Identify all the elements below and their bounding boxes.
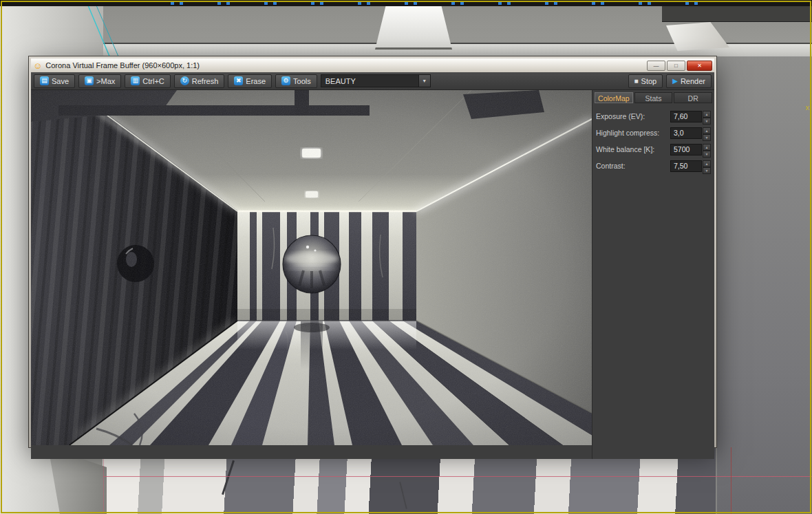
maximize-button[interactable]: □ bbox=[667, 61, 685, 71]
vfb-toolbar: ▤ Save ▣ >Max ▥ Ctrl+C ↻ Refresh ✖ Era bbox=[31, 72, 714, 90]
spin-down-icon[interactable]: ▼ bbox=[703, 134, 711, 141]
bg-right-wall bbox=[717, 56, 812, 514]
white-balance-spinner[interactable]: ▲ ▼ bbox=[703, 144, 711, 156]
copy-label: Ctrl+C bbox=[142, 77, 164, 85]
setting-row-white-balance: White balance [K]: 5700 ▲ ▼ bbox=[592, 141, 714, 158]
white-balance-label: White balance [K]: bbox=[596, 145, 670, 153]
refresh-icon: ↻ bbox=[180, 76, 189, 85]
render-button[interactable]: ▶ Render bbox=[666, 74, 712, 88]
save-button[interactable]: ▤ Save bbox=[34, 74, 75, 88]
close-button[interactable]: ✕ bbox=[687, 61, 712, 71]
exposure-value: 7,60 bbox=[674, 112, 687, 120]
corona-logo-icon: ☺ bbox=[33, 61, 42, 70]
copy-icon: ▥ bbox=[131, 76, 140, 85]
contrast-label: Contrast: bbox=[596, 162, 670, 170]
spin-up-icon[interactable]: ▲ bbox=[703, 111, 711, 118]
stop-button[interactable]: ■ Stop bbox=[628, 74, 663, 88]
spin-up-icon[interactable]: ▲ bbox=[703, 160, 711, 167]
tools-label: Tools bbox=[293, 77, 311, 85]
highlight-compress-spinner[interactable]: ▲ ▼ bbox=[703, 127, 711, 139]
tools-gear-icon: ⚙ bbox=[281, 76, 290, 85]
erase-button[interactable]: ✖ Erase bbox=[228, 74, 272, 88]
bg-top-right-slab bbox=[662, 6, 812, 22]
exposure-spinner[interactable]: ▲ ▼ bbox=[703, 111, 711, 122]
spin-down-icon[interactable]: ▼ bbox=[703, 167, 711, 174]
bg-grid-line-vertical bbox=[731, 447, 731, 514]
erase-label: Erase bbox=[246, 77, 266, 85]
bg-selected-spline bbox=[83, 6, 124, 58]
rendered-scene bbox=[31, 90, 592, 445]
window-titlebar[interactable]: ☺ Corona Virtual Frame Buffer (960×600px… bbox=[31, 58, 714, 72]
highlight-compress-input[interactable]: 3,0 bbox=[670, 127, 702, 139]
spin-down-icon[interactable]: ▼ bbox=[703, 118, 711, 125]
tab-dr[interactable]: DR bbox=[674, 92, 712, 103]
setting-row-exposure: Exposure (EV): 7,60 ▲ ▼ bbox=[592, 108, 714, 125]
render-view[interactable] bbox=[31, 90, 592, 445]
save-label: Save bbox=[52, 77, 69, 85]
setting-row-highlight-compress: Highlight compress: 3,0 ▲ ▼ bbox=[592, 125, 714, 141]
tab-colormap[interactable]: ColorMap bbox=[595, 92, 633, 103]
toolbar-dots bbox=[171, 2, 701, 5]
max-label: >Max bbox=[96, 77, 115, 85]
contrast-spinner[interactable]: ▲ ▼ bbox=[703, 160, 711, 172]
window-title: Corona Virtual Frame Buffer (960×600px, … bbox=[45, 61, 643, 69]
spin-up-icon[interactable]: ▲ bbox=[703, 127, 711, 134]
spin-down-icon[interactable]: ▼ bbox=[703, 151, 711, 158]
bg-grid-line-horizontal bbox=[103, 476, 812, 477]
exposure-input[interactable]: 7,60 bbox=[670, 111, 702, 122]
minimize-button[interactable]: — bbox=[647, 61, 665, 71]
axis-x-label: x bbox=[806, 103, 810, 111]
contrast-value: 7,50 bbox=[674, 162, 687, 170]
exposure-label: Exposure (EV): bbox=[596, 112, 670, 120]
stop-label: Stop bbox=[641, 77, 657, 85]
channel-select[interactable]: BEAUTY ▼ bbox=[321, 74, 431, 87]
setting-row-contrast: Contrast: 7,50 ▲ ▼ bbox=[592, 158, 714, 174]
highlight-compress-label: Highlight compress: bbox=[596, 129, 670, 137]
white-balance-value: 5700 bbox=[674, 145, 690, 153]
tab-stats[interactable]: Stats bbox=[634, 92, 673, 103]
contrast-input[interactable]: 7,50 bbox=[670, 160, 702, 172]
highlight-compress-value: 3,0 bbox=[674, 129, 684, 137]
chevron-down-icon[interactable]: ▼ bbox=[418, 75, 430, 87]
render-label: Render bbox=[681, 77, 705, 85]
minimized-toolbar-strip bbox=[0, 0, 812, 6]
render-play-icon: ▶ bbox=[672, 77, 678, 85]
white-balance-input[interactable]: 5700 bbox=[670, 144, 702, 156]
send-to-max-button[interactable]: ▣ >Max bbox=[78, 74, 121, 88]
refresh-button[interactable]: ↻ Refresh bbox=[174, 74, 225, 88]
vfb-side-panel: ColorMap Stats DR Exposure (EV): 7,60 ▲ … bbox=[592, 90, 714, 459]
tools-button[interactable]: ⚙ Tools bbox=[275, 74, 317, 88]
corona-vfb-window: ☺ Corona Virtual Frame Buffer (960×600px… bbox=[29, 56, 716, 447]
panel-tabs: ColorMap Stats DR bbox=[592, 90, 714, 108]
max-viewport: x ☺ Corona Virtual Frame Buffer (960×600… bbox=[0, 0, 812, 514]
channel-value: BEAUTY bbox=[321, 77, 418, 85]
bg-light-fixture bbox=[375, 6, 452, 50]
stop-icon: ■ bbox=[634, 77, 639, 85]
copy-button[interactable]: ▥ Ctrl+C bbox=[125, 74, 170, 88]
erase-icon: ✖ bbox=[234, 76, 243, 85]
refresh-label: Refresh bbox=[192, 77, 219, 85]
spin-up-icon[interactable]: ▲ bbox=[703, 144, 711, 151]
max-icon: ▣ bbox=[85, 76, 94, 85]
save-icon: ▤ bbox=[40, 76, 49, 85]
